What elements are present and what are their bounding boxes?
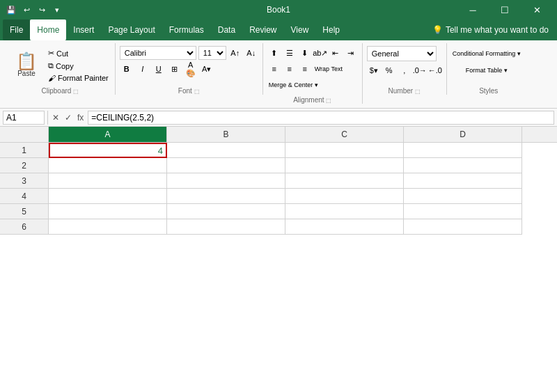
cell-a2[interactable] (49, 158, 167, 173)
align-middle-button[interactable]: ☰ (283, 46, 297, 60)
cell-c2[interactable] (285, 158, 404, 173)
fill-color-button[interactable]: A🎨 (184, 62, 198, 76)
cell-c5[interactable] (285, 204, 404, 219)
cell-b3[interactable] (167, 173, 285, 189)
menu-data[interactable]: Data (211, 19, 242, 40)
cell-b2[interactable] (167, 158, 285, 173)
quick-access-undo[interactable]: ↩ (19, 3, 33, 17)
table-row: 3 (0, 173, 557, 189)
number-format-select[interactable]: General (367, 46, 437, 61)
close-button[interactable]: ✕ (521, 0, 553, 19)
cancel-formula-button[interactable]: ✕ (51, 111, 61, 124)
menu-formulas[interactable]: Formulas (162, 19, 211, 40)
row-num-4[interactable]: 4 (0, 189, 49, 204)
cell-d5[interactable] (404, 204, 522, 219)
decrease-decimal-button[interactable]: ←.0 (428, 63, 442, 77)
quick-access-customize[interactable]: ▾ (50, 3, 64, 17)
restore-button[interactable]: ☐ (489, 0, 521, 19)
italic-button[interactable]: I (136, 62, 150, 76)
cell-a6[interactable] (49, 219, 167, 235)
copy-icon: ⧉ (48, 61, 54, 70)
row-num-3[interactable]: 3 (0, 173, 49, 189)
align-bottom-button[interactable]: ⬇ (298, 46, 312, 60)
copy-button[interactable]: ⧉ Copy (46, 60, 111, 72)
comma-button[interactable]: , (398, 63, 411, 77)
cell-b4[interactable] (167, 189, 285, 204)
menu-page-layout[interactable]: Page Layout (101, 19, 162, 40)
table-row: 1 4 (0, 143, 557, 158)
underline-button[interactable]: U (152, 62, 166, 76)
indent-decrease-button[interactable]: ⇤ (329, 46, 343, 60)
bold-button[interactable]: B (120, 62, 134, 76)
cell-a1[interactable]: 4 (49, 143, 167, 158)
border-button[interactable]: ⊞ (168, 62, 182, 76)
increase-decimal-button[interactable]: .0→ (413, 63, 427, 77)
decrease-font-button[interactable]: A↓ (244, 46, 258, 60)
menu-file[interactable]: File (3, 19, 30, 40)
align-right-button[interactable]: ≡ (298, 62, 312, 76)
font-name-select[interactable]: Calibri (120, 46, 196, 60)
conditional-formatting-button[interactable]: Conditional Formatting ▾ (451, 46, 522, 61)
col-header-d[interactable]: D (404, 127, 522, 142)
quick-access-redo[interactable]: ↪ (35, 3, 49, 17)
col-header-c[interactable]: C (285, 127, 404, 142)
font-color-button[interactable]: A▾ (200, 62, 214, 76)
wrap-text-button[interactable]: Wrap Text (313, 62, 344, 76)
menu-insert[interactable]: Insert (66, 19, 101, 40)
align-center-button[interactable]: ≡ (283, 62, 297, 76)
col-header-a[interactable]: A (49, 127, 167, 142)
number-label: Number ⬚ (363, 87, 446, 95)
merge-center-button[interactable]: Merge & Center ▾ (267, 78, 320, 92)
cut-button[interactable]: ✂ Cut (46, 47, 111, 59)
cell-d1[interactable] (404, 143, 522, 158)
cell-c3[interactable] (285, 173, 404, 189)
cell-c1[interactable] (285, 143, 404, 158)
increase-font-button[interactable]: A↑ (228, 46, 242, 60)
tell-me-input[interactable]: 💡 Tell me what you want to do (427, 24, 554, 36)
menu-view[interactable]: View (284, 19, 316, 40)
row-num-1[interactable]: 1 (0, 143, 49, 158)
indent-increase-button[interactable]: ⇥ (344, 46, 358, 60)
col-header-b[interactable]: B (167, 127, 285, 142)
menu-help[interactable]: Help (315, 19, 347, 40)
confirm-formula-button[interactable]: ✓ (63, 111, 73, 124)
font-size-select[interactable]: 11 (198, 46, 226, 60)
format-table-button[interactable]: Format Table ▾ (451, 63, 522, 78)
cell-c4[interactable] (285, 189, 404, 204)
cell-d2[interactable] (404, 158, 522, 173)
cell-a4[interactable] (49, 189, 167, 204)
table-row: 4 (0, 189, 557, 204)
cell-d4[interactable] (404, 189, 522, 204)
spreadsheet-body: 1 4 2 3 4 (0, 143, 557, 235)
menu-home[interactable]: Home (30, 19, 66, 40)
formula-input[interactable]: =CEILING(2.5,2) (88, 111, 554, 125)
cell-b1[interactable] (167, 143, 285, 158)
cell-b6[interactable] (167, 219, 285, 235)
formula-divider (47, 111, 48, 125)
percent-button[interactable]: % (382, 63, 396, 77)
row-num-2[interactable]: 2 (0, 158, 49, 173)
align-top-button[interactable]: ⬆ (267, 46, 281, 60)
cell-d6[interactable] (404, 219, 522, 235)
format-painter-button[interactable]: 🖌 Format Painter (46, 72, 111, 84)
minimize-button[interactable]: ─ (457, 0, 489, 19)
insert-function-button[interactable]: fx (76, 111, 85, 124)
row-num-6[interactable]: 6 (0, 219, 49, 235)
orientation-button[interactable]: ab↗ (313, 46, 327, 60)
row-num-5[interactable]: 5 (0, 204, 49, 219)
cell-a5[interactable] (49, 204, 167, 219)
alignment-label: Alignment ⬚ (263, 96, 362, 104)
menu-review[interactable]: Review (242, 19, 283, 40)
cell-b5[interactable] (167, 204, 285, 219)
paste-button[interactable]: 📋 Paste (10, 46, 43, 84)
menu-bar: File Home Insert Page Layout Formulas Da… (0, 19, 557, 40)
number-group: General $▾ % , .0→ ←.0 Number ⬚ (363, 43, 447, 95)
cell-reference-box[interactable]: A1 (3, 111, 45, 125)
cell-d3[interactable] (404, 173, 522, 189)
scissors-icon: ✂ (48, 49, 54, 58)
cell-c6[interactable] (285, 219, 404, 235)
quick-access-save[interactable]: 💾 (4, 3, 18, 17)
align-left-button[interactable]: ≡ (267, 62, 281, 76)
currency-button[interactable]: $▾ (367, 63, 381, 77)
cell-a3[interactable] (49, 173, 167, 189)
